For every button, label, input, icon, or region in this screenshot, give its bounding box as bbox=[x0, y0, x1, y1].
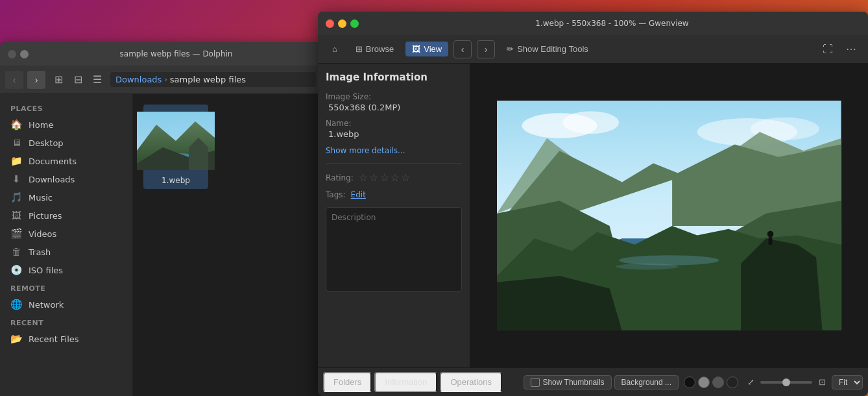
zoom-track[interactable] bbox=[760, 381, 812, 384]
svg-point-21 bbox=[767, 230, 774, 237]
breadcrumb-separator: › bbox=[164, 75, 167, 84]
image-size-value: 550x368 (0.2MP) bbox=[326, 103, 462, 112]
trash-icon: 🗑 bbox=[10, 246, 22, 258]
star-rating[interactable]: ☆ ☆ ☆ ☆ ☆ bbox=[359, 171, 411, 184]
edit-tags-link[interactable]: Edit bbox=[351, 190, 366, 199]
pictures-icon: 🖼 bbox=[10, 210, 22, 221]
home-icon: 🏠 bbox=[10, 119, 22, 130]
fit-select[interactable]: Fit bbox=[832, 375, 863, 390]
gwenview-traffic-lights bbox=[326, 19, 359, 28]
view-button[interactable]: 🖼 View bbox=[405, 42, 448, 56]
sidebar-item-network[interactable]: 🌐 Network bbox=[0, 295, 132, 314]
browse-icon: ⊞ bbox=[356, 44, 363, 54]
color-dot-grey[interactable] bbox=[698, 377, 710, 388]
information-tab[interactable]: Information bbox=[374, 372, 437, 392]
forward-button[interactable]: › bbox=[27, 71, 45, 89]
gwenview-minimize-button[interactable] bbox=[338, 19, 346, 28]
zoom-fit-icon-button[interactable]: ⊡ bbox=[815, 375, 829, 390]
svg-rect-22 bbox=[769, 237, 773, 245]
home-icon: ⌂ bbox=[332, 44, 337, 54]
fullscreen-button[interactable]: ⛶ bbox=[819, 40, 837, 58]
home-button[interactable]: ⌂ bbox=[326, 42, 344, 56]
compact-view-button[interactable]: ⊟ bbox=[69, 71, 87, 89]
sidebar-item-desktop[interactable]: 🖥 Desktop bbox=[0, 134, 132, 152]
recent-section-label: Recent bbox=[0, 314, 132, 330]
sidebar-label-music: Music bbox=[29, 193, 53, 203]
show-more-details-link[interactable]: Show more details... bbox=[326, 146, 405, 155]
background-button[interactable]: Background ... bbox=[614, 375, 679, 390]
thumbnail-svg bbox=[137, 108, 215, 173]
sidebar-label-trash: Trash bbox=[29, 247, 51, 257]
sidebar-item-home[interactable]: 🏠 Home bbox=[0, 116, 132, 134]
view-buttons: ⊞ ⊟ ☰ bbox=[49, 71, 106, 89]
description-textarea[interactable] bbox=[326, 207, 462, 291]
file-label: 1.webp bbox=[162, 176, 190, 185]
file-item[interactable]: 1.webp bbox=[143, 105, 208, 189]
name-value: 1.webp bbox=[326, 129, 462, 139]
back-button[interactable]: ‹ bbox=[5, 71, 23, 89]
breadcrumb-downloads[interactable]: Downloads bbox=[115, 75, 162, 84]
sidebar-item-iso[interactable]: 💿 ISO files bbox=[0, 261, 132, 279]
star-5[interactable]: ☆ bbox=[401, 171, 410, 184]
breadcrumb: Downloads › sample webp files bbox=[110, 72, 316, 87]
browse-button[interactable]: ⊞ Browse bbox=[349, 42, 400, 56]
color-dot-dark[interactable] bbox=[712, 377, 724, 388]
gwenview-title: 1.webp - 550x368 - 100% — Gwenview bbox=[364, 19, 860, 28]
star-4[interactable]: ☆ bbox=[391, 171, 400, 184]
dolphin-window: sample webp files — Dolphin ‹ › ⊞ ⊟ ☰ Do… bbox=[0, 42, 321, 396]
info-panel-title: Image Information bbox=[326, 71, 462, 83]
operations-tab[interactable]: Operations bbox=[440, 372, 502, 392]
sidebar-label-home: Home bbox=[29, 120, 53, 130]
sidebar-item-recent-files[interactable]: 📂 Recent Files bbox=[0, 330, 132, 348]
color-dot-darker[interactable] bbox=[727, 377, 738, 388]
sidebar-item-downloads[interactable]: ⬇ Downloads bbox=[0, 170, 132, 188]
dolphin-minimize-button[interactable] bbox=[20, 50, 29, 58]
rating-row: Rating: ☆ ☆ ☆ ☆ ☆ bbox=[326, 171, 462, 184]
dolphin-traffic-lights bbox=[8, 50, 29, 58]
gwenview-maximize-button[interactable] bbox=[350, 19, 359, 28]
show-editing-tools-button[interactable]: ✏ Show Editing Tools bbox=[500, 42, 595, 56]
view-icon: 🖼 bbox=[412, 44, 420, 54]
next-image-button[interactable]: › bbox=[477, 40, 495, 58]
star-3[interactable]: ☆ bbox=[380, 171, 389, 184]
list-view-button[interactable]: ☰ bbox=[88, 71, 106, 89]
prev-image-button[interactable]: ‹ bbox=[453, 40, 472, 58]
icon-view-button[interactable]: ⊞ bbox=[49, 71, 67, 89]
show-editing-tools-label: Show Editing Tools bbox=[517, 44, 588, 54]
downloads-icon: ⬇ bbox=[10, 173, 22, 185]
star-2[interactable]: ☆ bbox=[369, 171, 378, 184]
name-label: Name: bbox=[326, 119, 462, 128]
svg-point-24 bbox=[616, 263, 679, 269]
file-thumbnail bbox=[137, 108, 215, 173]
image-size-row: Image Size: 550x368 (0.2MP) bbox=[326, 92, 462, 112]
sidebar-label-recent: Recent Files bbox=[29, 334, 79, 344]
rating-label: Rating: bbox=[326, 173, 354, 182]
sidebar-item-music[interactable]: 🎵 Music bbox=[0, 188, 132, 206]
star-1[interactable]: ☆ bbox=[359, 171, 368, 184]
gwenview-bottom: Folders Information Operations Show Thum… bbox=[318, 367, 868, 396]
network-icon: 🌐 bbox=[10, 299, 22, 310]
sidebar-item-trash[interactable]: 🗑 Trash bbox=[0, 243, 132, 261]
folders-tab[interactable]: Folders bbox=[323, 372, 372, 392]
dolphin-close-button[interactable] bbox=[8, 50, 16, 58]
show-thumbnails-button[interactable]: Show Thumbnails bbox=[524, 375, 611, 390]
gwenview-close-button[interactable] bbox=[326, 19, 334, 28]
sidebar-item-videos[interactable]: 🎬 Videos bbox=[0, 225, 132, 243]
show-thumbnails-label: Show Thumbnails bbox=[542, 378, 604, 387]
color-dot-black[interactable] bbox=[684, 377, 695, 388]
sidebar-item-pictures[interactable]: 🖼 Pictures bbox=[0, 206, 132, 225]
svg-point-7 bbox=[563, 111, 620, 134]
image-area bbox=[470, 64, 868, 367]
sidebar-item-documents[interactable]: 📁 Documents bbox=[0, 152, 132, 170]
gwenview-window: 1.webp - 550x368 - 100% — Gwenview ⌂ ⊞ B… bbox=[318, 12, 868, 396]
tags-label: Tags: bbox=[326, 190, 346, 199]
documents-icon: 📁 bbox=[10, 155, 22, 167]
more-options-button[interactable]: ⋯ bbox=[842, 40, 860, 58]
sidebar-label-videos: Videos bbox=[29, 229, 56, 239]
zoom-thumb bbox=[782, 378, 790, 386]
expand-icon-button[interactable]: ⤢ bbox=[743, 375, 758, 390]
edit-icon: ✏ bbox=[507, 44, 514, 54]
gwenview-toolbar: ⌂ ⊞ Browse 🖼 View ‹ › ✏ Show Editing Too… bbox=[318, 35, 868, 64]
dolphin-main: 1.webp bbox=[133, 94, 321, 396]
checkbox-icon bbox=[531, 378, 540, 387]
